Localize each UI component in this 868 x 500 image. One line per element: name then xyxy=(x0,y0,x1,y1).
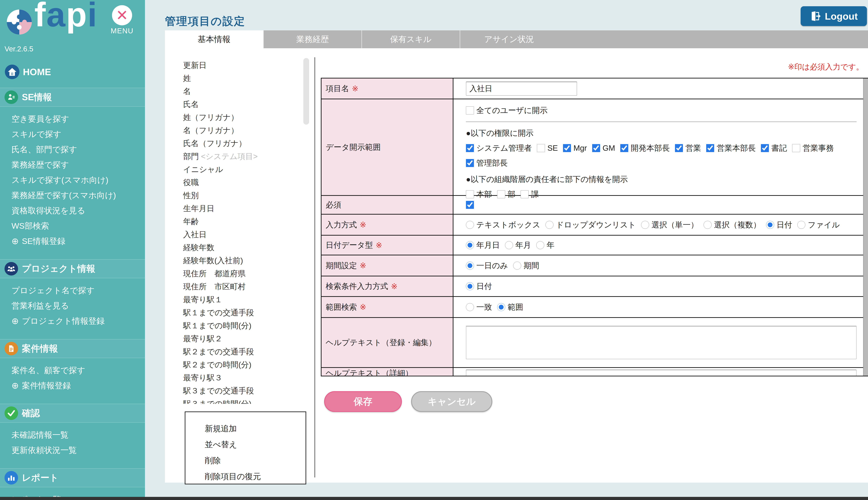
input-method-radio[interactable] xyxy=(466,221,474,229)
role-option[interactable]: 営業事務 xyxy=(792,143,834,153)
period-option[interactable]: 期間 xyxy=(513,260,539,271)
sidebar-item[interactable]: 業務経歴で探す xyxy=(0,157,145,172)
field-list-item[interactable]: 最寄り駅１ xyxy=(183,293,301,306)
role-checkbox[interactable] xyxy=(466,144,474,152)
role-checkbox[interactable] xyxy=(761,144,769,152)
field-list-item[interactable]: 最寄り駅３ xyxy=(183,371,301,384)
field-list-item[interactable]: 経験年数(入社前) xyxy=(183,254,301,267)
sidebar-item[interactable]: スキルで探す xyxy=(0,127,145,142)
help-detail-textarea[interactable] xyxy=(466,370,857,376)
form-scrollbar[interactable] xyxy=(863,79,868,376)
field-list-scrollbar[interactable] xyxy=(304,58,309,124)
actions-menu-item[interactable]: 並べ替え xyxy=(205,436,306,452)
input-method-radio[interactable] xyxy=(766,221,774,229)
sidebar-item[interactable]: スキルで探す(スマホ向け) xyxy=(0,172,145,188)
sidebar-section-header[interactable]: 確認 xyxy=(0,404,145,423)
field-list-item[interactable]: 駅３までの時間(分) xyxy=(183,397,301,404)
role-option[interactable]: システム管理者 xyxy=(466,143,532,153)
tab-アサイン状況[interactable]: アサイン状況 xyxy=(460,30,558,48)
field-list-item[interactable]: 駅１までの交通手段 xyxy=(183,306,301,319)
input-method-option[interactable]: テキストボックス xyxy=(466,220,540,230)
sidebar-item[interactable]: 空き要員を探す xyxy=(0,111,145,127)
search-cond-option[interactable]: 日付 xyxy=(466,281,492,292)
save-button[interactable]: 保存 xyxy=(324,391,402,412)
sidebar-item[interactable]: プロジェクト名で探す xyxy=(0,283,145,298)
sidebar-section-header[interactable]: 案件情報 xyxy=(0,340,145,358)
field-list-item[interactable]: イニシャル xyxy=(183,163,301,176)
role-option[interactable]: 営業本部長 xyxy=(706,143,756,153)
search-cond-radio[interactable] xyxy=(466,282,474,290)
field-list-item[interactable]: 年齢 xyxy=(183,215,301,228)
sidebar-item[interactable]: 更新依頼状況一覧 xyxy=(0,443,145,458)
range-search-radio[interactable] xyxy=(466,303,474,311)
tab-業務経歴[interactable]: 業務経歴 xyxy=(263,30,362,48)
period-radio[interactable] xyxy=(513,262,521,270)
role-checkbox[interactable] xyxy=(792,144,800,152)
sidebar-section-header[interactable]: プロジェクト情報 xyxy=(0,260,145,278)
field-list-item[interactable]: 現住所 都道府県 xyxy=(183,267,301,280)
role-option[interactable]: 開発本部長 xyxy=(620,143,670,153)
close-icon[interactable]: ✕ xyxy=(112,5,132,25)
field-list-item[interactable]: 最寄り駅２ xyxy=(183,332,301,345)
role-option[interactable]: SE xyxy=(537,144,558,152)
required-checkbox[interactable] xyxy=(466,201,474,209)
field-list-item[interactable]: 駅１までの時間(分) xyxy=(183,319,301,332)
role-option[interactable]: Mgr xyxy=(563,144,587,152)
actions-menu-item[interactable]: 削除項目の復元 xyxy=(205,468,306,484)
date-type-radio[interactable] xyxy=(466,241,474,249)
field-list-item[interactable]: 役職 xyxy=(183,176,301,189)
period-option[interactable]: 一日のみ xyxy=(466,260,508,271)
input-method-option[interactable]: ファイル xyxy=(797,220,840,230)
sidebar-item[interactable]: 氏名、部門で探す xyxy=(0,142,145,157)
period-radio[interactable] xyxy=(466,262,474,270)
tab-基本情報[interactable]: 基本情報 xyxy=(165,30,263,48)
role-checkbox[interactable] xyxy=(592,144,600,152)
sidebar-section-header[interactable]: SE情報 xyxy=(0,88,145,107)
role-option[interactable]: 営業 xyxy=(675,143,701,153)
sidebar-item[interactable]: 案件名、顧客で探す xyxy=(0,363,145,378)
role-option[interactable]: 書記 xyxy=(761,143,787,153)
range-search-option[interactable]: 範囲 xyxy=(497,302,523,312)
all-users-checkbox-input[interactable] xyxy=(466,106,474,114)
input-method-radio[interactable] xyxy=(546,221,553,229)
role-checkbox[interactable] xyxy=(563,144,571,152)
role-checkbox[interactable] xyxy=(537,144,545,152)
item-name-input[interactable] xyxy=(466,82,577,96)
sidebar-section-header[interactable]: レポート xyxy=(0,469,145,487)
sidebar-item[interactable]: 業務経歴で探す(スマホ向け) xyxy=(0,188,145,203)
field-list-item[interactable]: 氏名（フリガナ） xyxy=(183,137,301,150)
sidebar-item[interactable]: WS部検索 xyxy=(0,218,145,234)
role-checkbox[interactable] xyxy=(466,159,474,167)
date-type-radio[interactable] xyxy=(505,241,513,249)
field-list-item[interactable]: 氏名 xyxy=(183,98,301,111)
date-type-option[interactable]: 年月日 xyxy=(466,240,500,250)
date-type-option[interactable]: 年 xyxy=(536,240,555,250)
field-list-item[interactable]: 駅２までの時間(分) xyxy=(183,358,301,371)
sidebar-item-home[interactable]: HOME xyxy=(5,65,51,79)
role-option[interactable]: 管理部長 xyxy=(466,158,507,168)
input-method-radio[interactable] xyxy=(641,221,649,229)
logout-button[interactable]: Logout xyxy=(801,6,867,26)
field-list-item[interactable]: 駅２までの交通手段 xyxy=(183,345,301,358)
field-list-item[interactable]: 姓（フリガナ） xyxy=(183,111,301,124)
date-type-option[interactable]: 年月 xyxy=(505,240,531,250)
input-method-option[interactable]: ドロップダウンリスト xyxy=(546,220,636,230)
input-method-option[interactable]: 選択（複数） xyxy=(704,220,761,230)
field-list-item[interactable]: 駅３までの交通手段 xyxy=(183,384,301,397)
field-list-item[interactable]: 入社日 xyxy=(183,228,301,241)
field-list-item[interactable]: 経験年数 xyxy=(183,241,301,254)
menu-close-button[interactable]: ✕ MENU xyxy=(109,5,135,35)
all-users-checkbox[interactable]: 全てのユーザに開示 xyxy=(466,105,548,116)
sidebar-item[interactable]: 営業利益を見る xyxy=(0,298,145,314)
field-list-item[interactable]: 姓 xyxy=(183,72,301,85)
field-list-item[interactable]: 名（フリガナ） xyxy=(183,124,301,137)
field-list-item[interactable]: 名 xyxy=(183,85,301,98)
sidebar-item[interactable]: 未確認情報一覧 xyxy=(0,427,145,443)
field-list-item[interactable]: 性別 xyxy=(183,189,301,202)
actions-menu-item[interactable]: 新規追加 xyxy=(205,420,306,436)
role-checkbox[interactable] xyxy=(706,144,714,152)
cancel-button[interactable]: キャンセル xyxy=(411,391,492,412)
sidebar-item[interactable]: ⊕プロジェクト情報登録 xyxy=(0,314,145,329)
field-list-item[interactable]: 現住所 市区町村 xyxy=(183,280,301,293)
actions-menu-item[interactable]: 削除 xyxy=(205,452,306,468)
